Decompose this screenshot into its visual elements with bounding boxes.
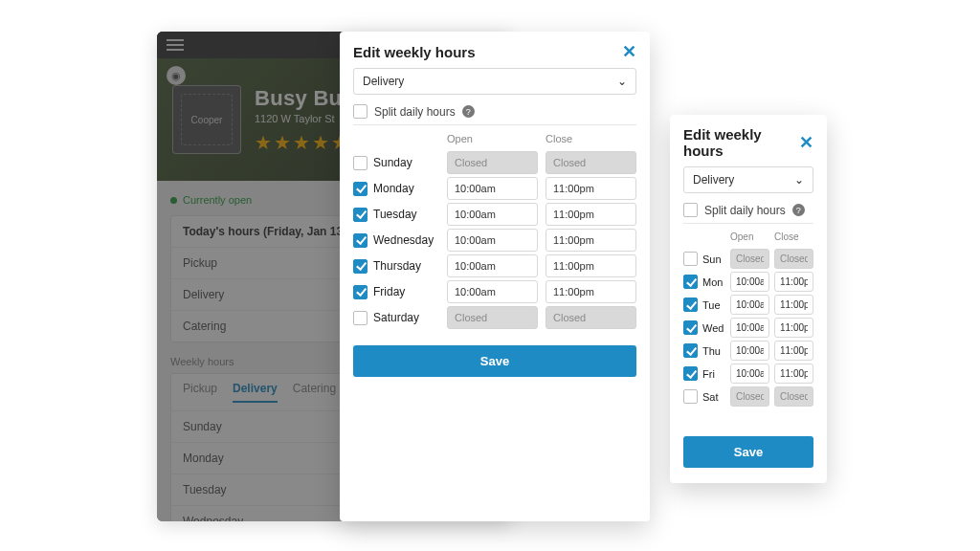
open-time-input[interactable] <box>447 203 538 226</box>
service-select[interactable]: Delivery ⌄ <box>683 166 813 193</box>
day-row: Mon <box>683 272 813 292</box>
day-row: Wednesday <box>353 229 636 252</box>
day-enabled-checkbox[interactable] <box>683 389 698 404</box>
day-label: Fri <box>702 368 715 380</box>
close-time-input[interactable] <box>774 318 813 338</box>
day-enabled-checkbox[interactable] <box>683 320 698 335</box>
open-time-input[interactable] <box>447 254 538 277</box>
open-time-input[interactable] <box>730 364 769 384</box>
service-select-value: Delivery <box>363 75 404 88</box>
close-time-input[interactable] <box>546 203 636 226</box>
col-close: Close <box>774 231 813 242</box>
close-time-input[interactable] <box>546 280 636 303</box>
day-label: Sun <box>702 253 722 265</box>
day-enabled-checkbox[interactable] <box>353 208 368 222</box>
day-row: Sunday <box>353 151 636 174</box>
day-row: Saturday <box>353 306 636 329</box>
chevron-down-icon: ⌄ <box>794 173 804 187</box>
close-time-input[interactable] <box>774 364 813 384</box>
day-label: Saturday <box>373 311 419 324</box>
day-label: Wed <box>702 322 724 334</box>
open-time-input[interactable] <box>730 341 769 361</box>
day-enabled-checkbox[interactable] <box>353 259 368 274</box>
day-enabled-checkbox[interactable] <box>683 275 698 289</box>
close-time-input[interactable] <box>546 229 636 252</box>
day-row: Wed <box>683 318 813 338</box>
open-time-input <box>730 249 769 269</box>
divider <box>353 124 636 125</box>
close-time-input[interactable] <box>546 177 636 200</box>
split-hours-label: Split daily hours <box>374 105 456 119</box>
edit-weekly-hours-modal-compact: Edit weekly hours ✕ Delivery ⌄ Split dai… <box>670 115 827 483</box>
day-enabled-checkbox[interactable] <box>683 366 698 381</box>
day-label: Wednesday <box>373 233 434 247</box>
day-enabled-checkbox[interactable] <box>353 311 368 325</box>
days-list: SunMonTueWedThuFriSat <box>683 249 813 407</box>
open-time-input[interactable] <box>447 280 538 303</box>
service-select-value: Delivery <box>693 173 734 187</box>
day-enabled-checkbox[interactable] <box>353 285 368 299</box>
day-label: Sunday <box>373 156 412 169</box>
close-time-input <box>546 151 636 174</box>
edit-weekly-hours-modal: Edit weekly hours ✕ Delivery ⌄ Split dai… <box>340 32 650 521</box>
open-time-input[interactable] <box>730 272 769 292</box>
day-row: Monday <box>353 177 636 200</box>
day-label: Tue <box>702 299 721 311</box>
close-time-input[interactable] <box>774 295 813 315</box>
chevron-down-icon: ⌄ <box>617 75 627 88</box>
split-hours-checkbox[interactable] <box>353 104 368 119</box>
close-icon[interactable]: ✕ <box>799 134 813 151</box>
close-icon[interactable]: ✕ <box>622 43 636 60</box>
day-enabled-checkbox[interactable] <box>683 343 698 358</box>
close-time-input <box>774 249 813 269</box>
day-row: Sat <box>683 386 813 407</box>
close-time-input <box>546 306 636 329</box>
save-button[interactable]: Save <box>353 345 636 377</box>
open-time-input[interactable] <box>730 295 769 315</box>
day-row: Tuesday <box>353 203 636 226</box>
day-label: Monday <box>373 182 414 195</box>
divider <box>683 223 813 224</box>
close-time-input[interactable] <box>774 341 813 361</box>
col-open: Open <box>447 133 538 144</box>
col-open: Open <box>730 231 769 242</box>
day-label: Friday <box>373 285 405 298</box>
day-row: Friday <box>353 280 636 303</box>
open-time-input[interactable] <box>447 229 538 252</box>
day-row: Thursday <box>353 254 636 277</box>
day-label: Tuesday <box>373 208 417 221</box>
help-icon[interactable]: ? <box>462 105 475 118</box>
help-icon[interactable]: ? <box>792 204 805 216</box>
modal-title: Edit weekly hours <box>353 44 476 60</box>
open-time-input <box>447 151 538 174</box>
day-enabled-checkbox[interactable] <box>353 156 368 170</box>
day-enabled-checkbox[interactable] <box>353 233 368 248</box>
day-row: Sun <box>683 249 813 269</box>
days-list: SundayMondayTuesdayWednesdayThursdayFrid… <box>353 151 636 329</box>
day-enabled-checkbox[interactable] <box>353 182 368 196</box>
save-button[interactable]: Save <box>683 436 813 468</box>
day-row: Tue <box>683 295 813 315</box>
split-hours-checkbox[interactable] <box>683 203 698 217</box>
open-time-input <box>730 386 769 407</box>
day-row: Fri <box>683 364 813 384</box>
day-label: Thursday <box>373 259 421 273</box>
open-time-input[interactable] <box>447 177 538 200</box>
day-label: Mon <box>702 276 723 288</box>
service-select[interactable]: Delivery ⌄ <box>353 68 636 95</box>
close-time-input[interactable] <box>546 254 636 277</box>
day-enabled-checkbox[interactable] <box>683 298 698 312</box>
close-time-input[interactable] <box>774 272 813 292</box>
modal-title: Edit weekly hours <box>683 126 799 159</box>
day-enabled-checkbox[interactable] <box>683 252 698 266</box>
split-hours-label: Split daily hours <box>704 204 786 217</box>
open-time-input[interactable] <box>730 318 769 338</box>
open-time-input <box>447 306 538 329</box>
col-close: Close <box>546 133 636 144</box>
day-row: Thu <box>683 341 813 361</box>
day-label: Thu <box>702 345 721 357</box>
close-time-input <box>774 386 813 407</box>
day-label: Sat <box>702 391 719 403</box>
